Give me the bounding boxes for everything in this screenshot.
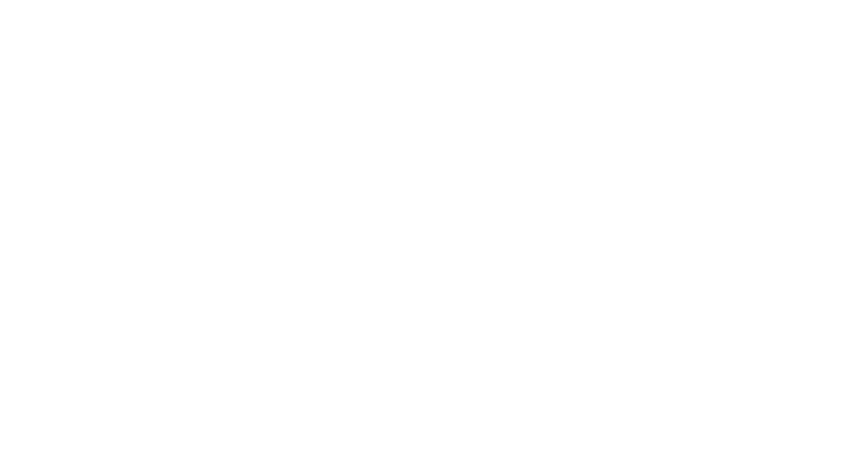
spreadsheet-grid[interactable] xyxy=(0,0,868,467)
